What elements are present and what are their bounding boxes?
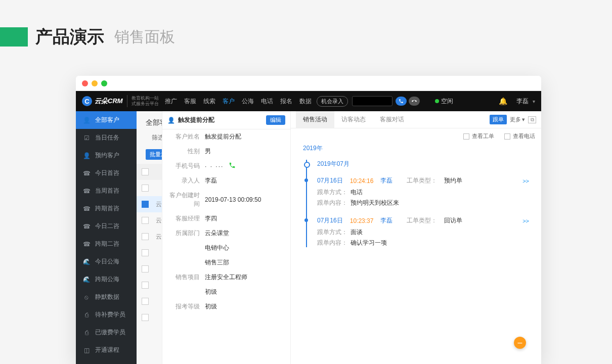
sidebar-item-label: 当周首咨	[95, 187, 119, 195]
close-icon[interactable]	[82, 80, 88, 86]
expand-icon[interactable]: ⧉	[528, 116, 536, 123]
sidebar-item-全部客户[interactable]: 👤全部客户	[76, 111, 137, 129]
status-dot-icon	[435, 99, 439, 103]
entry-type-value: 预约单	[444, 176, 462, 185]
sidebar-item-label: 全部客户	[95, 116, 119, 124]
phone-icon[interactable]	[229, 162, 236, 170]
row-checkbox[interactable]	[142, 201, 149, 208]
entry-type-label: 工单类型：	[407, 176, 437, 185]
nav-item-线索[interactable]: 线索	[203, 97, 215, 106]
detail-title: 触发提前分配	[178, 116, 214, 124]
nav-item-推广[interactable]: 推广	[165, 97, 177, 106]
detail-row: 初级	[162, 285, 290, 299]
row-checkbox[interactable]	[142, 217, 149, 224]
detail-header: 👤 触发提前分配 编辑	[162, 111, 290, 129]
detail-row: 电销中心	[162, 241, 290, 255]
entry-type-value: 回访单	[444, 216, 462, 225]
followup-button[interactable]: 跟单	[490, 115, 507, 124]
row-checkbox[interactable]	[142, 282, 149, 289]
sidebar-item-label: 跨期二咨	[95, 240, 119, 248]
maximize-icon[interactable]	[101, 80, 107, 86]
logo[interactable]: C 云朵CRM 教育机构一站 式服务云平台	[82, 95, 159, 107]
entry-expand[interactable]: >>	[522, 218, 529, 224]
nav-item-公海[interactable]: 公海	[242, 97, 254, 106]
sidebar-item-label: 当日任务	[95, 133, 119, 142]
sidebar-item-我的订单[interactable]: ≣我的订单	[76, 359, 137, 364]
page-header: 产品演示 销售面板	[0, 0, 612, 64]
sidebar-item-开通课程[interactable]: ◫开通课程	[76, 341, 137, 359]
sidebar-icon: ☎	[83, 170, 90, 177]
tab-访客动态[interactable]: 访客动态	[334, 111, 373, 128]
more-button[interactable]: 更多▾	[510, 116, 525, 123]
detail-row: 客服经理李四	[162, 211, 290, 226]
minimize-icon[interactable]	[92, 80, 98, 86]
nav-item-数据[interactable]: 数据	[299, 97, 312, 106]
detail-value: 云朵课堂	[205, 229, 229, 238]
tab-客服对话[interactable]: 客服对话	[373, 111, 411, 128]
timeline-line: 跟单内容：预约明天到校区来	[317, 199, 529, 207]
sidebar-item-当日任务[interactable]: ☑当日任务	[76, 129, 137, 147]
search-input[interactable]	[352, 96, 392, 106]
detail-row: 客户创建时间2019-07-13 00:09:50	[162, 188, 290, 211]
nav-item-报名[interactable]: 报名	[280, 97, 292, 106]
sidebar-icon: 🌊	[83, 276, 90, 283]
row-checkbox[interactable]	[142, 249, 149, 256]
entry-date: 07月16日	[317, 176, 343, 185]
sidebar-item-当周首咨[interactable]: ☎当周首咨	[76, 182, 137, 200]
sidebar-icon: ⎙	[83, 329, 90, 336]
sidebar-icon: ☎	[83, 188, 90, 195]
view-calls-checkbox[interactable]: 查看电话	[504, 132, 535, 140]
row-checkbox[interactable]	[142, 314, 149, 321]
app-window: C 云朵CRM 教育机构一站 式服务云平台 推广客服线索客户公海电话报名数据 机…	[76, 76, 541, 364]
sidebar-item-今日首咨[interactable]: ☎今日首咨	[76, 164, 137, 182]
sidebar-item-今日二咨[interactable]: ☎今日二咨	[76, 217, 137, 235]
sidebar-icon: ☑	[83, 134, 90, 142]
nav-item-电话[interactable]: 电话	[261, 97, 273, 106]
row-checkbox[interactable]	[142, 265, 149, 272]
detail-label: 性别	[165, 147, 205, 156]
call-accept-icon[interactable]	[396, 97, 407, 106]
opportunity-button[interactable]: 机会录入	[317, 96, 348, 107]
sidebar-item-跨期首咨[interactable]: ☎跨期首咨	[76, 200, 137, 217]
timeline-month: 2019年07月	[317, 160, 529, 168]
call-buttons	[396, 97, 420, 106]
phone-number: · · ···	[205, 163, 224, 170]
detail-label: 客户创建时间	[165, 191, 205, 208]
nav-item-客服[interactable]: 客服	[184, 97, 196, 106]
sidebar-item-跨期公海[interactable]: 🌊跨期公海	[76, 270, 137, 288]
select-all-checkbox[interactable]	[142, 168, 149, 175]
fab-button[interactable]: –	[514, 337, 526, 349]
detail-row: 录入人李磊	[162, 173, 290, 188]
view-tickets-checkbox[interactable]: 查看工单	[463, 132, 494, 140]
sidebar-icon: 👤	[83, 152, 90, 159]
entry-expand[interactable]: >>	[522, 178, 529, 184]
edit-button[interactable]: 编辑	[266, 115, 285, 125]
sidebar-item-预约客户[interactable]: 👤预约客户	[76, 147, 137, 164]
sidebar-item-跨期二咨[interactable]: ☎跨期二咨	[76, 235, 137, 253]
sidebar-item-已缴费学员[interactable]: ⎙已缴费学员	[76, 324, 137, 341]
detail-row: 销售项目注册安全工程师	[162, 270, 290, 285]
sidebar-item-label: 待补费学员	[95, 310, 125, 319]
row-checkbox[interactable]	[142, 185, 149, 192]
chevron-down-icon[interactable]: ▾	[533, 99, 535, 104]
logo-text: 云朵CRM	[95, 97, 123, 106]
row-checkbox[interactable]	[142, 233, 149, 240]
user-name[interactable]: 李磊	[516, 97, 529, 106]
sidebar-item-今日公海[interactable]: 🌊今日公海	[76, 253, 137, 270]
nav-items: 推广客服线索客户公海电话报名数据	[165, 97, 312, 106]
sidebar-item-label: 预约客户	[95, 151, 119, 160]
sidebar-item-待补费学员[interactable]: ⎙待补费学员	[76, 306, 137, 324]
sidebar-icon: ⎙	[83, 311, 90, 318]
bell-icon[interactable]: 🔔	[499, 97, 507, 105]
logo-sub2: 式服务云平台	[132, 101, 159, 107]
detail-value: 2019-07-13 00:09:50	[205, 196, 261, 203]
call-end-icon[interactable]	[409, 97, 420, 106]
tab-销售活动[interactable]: 销售活动	[296, 111, 334, 128]
detail-value: 初级	[205, 302, 217, 311]
row-checkbox[interactable]	[142, 298, 149, 305]
detail-label: 客户姓名	[165, 132, 205, 141]
page-subtitle: 销售面板	[114, 27, 175, 48]
sidebar-item-静默数据[interactable]: ⦸静默数据	[76, 288, 137, 306]
nav-item-客户[interactable]: 客户	[223, 97, 235, 106]
sidebar-item-label: 今日二咨	[95, 222, 119, 231]
